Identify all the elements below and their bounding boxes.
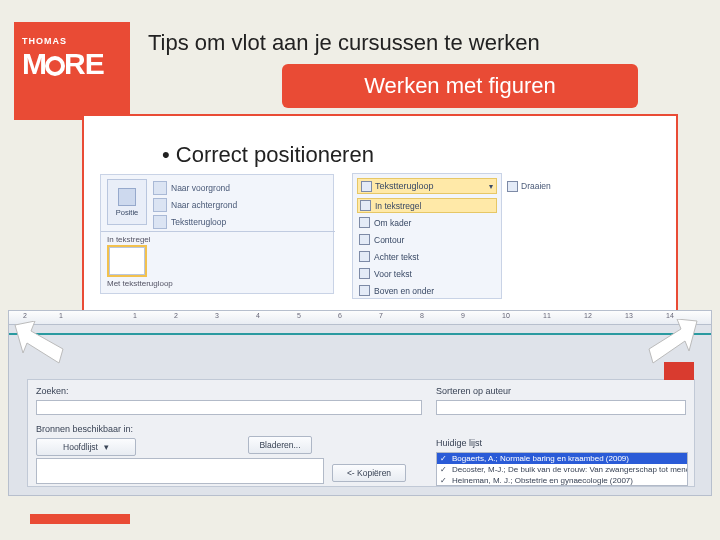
available-list[interactable] <box>36 458 324 484</box>
arrow-indicator-left <box>11 321 67 367</box>
behind-icon <box>359 251 370 262</box>
list-item[interactable]: Decoster, M-J.; De buik van de vrouw: Va… <box>437 464 687 475</box>
ribbon-row[interactable]: Naar voorgrond <box>153 179 331 196</box>
label-bronnen: Bronnen beschikbaar in: <box>36 424 133 434</box>
positie-button[interactable]: Positie <box>107 179 147 225</box>
svg-marker-1 <box>649 319 697 363</box>
list-item[interactable]: Bogaerts, A.; Normale baring en kraambed… <box>437 453 687 464</box>
chevron-down-icon: ▾ <box>489 182 493 191</box>
brand-logo: THOMAS MRE <box>14 22 130 120</box>
section-label: In tekstregel <box>107 235 151 244</box>
search-input[interactable] <box>36 400 422 415</box>
logo-topline: THOMAS <box>22 36 122 46</box>
current-list[interactable]: Bogaerts, A.; Normale baring en kraambed… <box>436 452 688 486</box>
footer-accent <box>30 514 130 524</box>
check-icon <box>440 476 449 485</box>
ribbon-row[interactable]: Tekstterugloop <box>153 213 331 230</box>
ribbon-row[interactable]: Naar achtergrond <box>153 196 331 213</box>
rotate-icon <box>507 181 518 192</box>
inline-icon <box>360 200 371 211</box>
wrap-option[interactable]: In tekstregel <box>357 198 497 213</box>
square-icon <box>359 217 370 228</box>
ruler-screenshot: 2 1 1 2 3 4 5 6 7 8 9 10 11 12 13 14 Zoe… <box>8 310 712 496</box>
svg-marker-0 <box>15 321 63 363</box>
subtitle-banner: Werken met figuren <box>282 64 638 108</box>
page-title: Tips om vlot aan je cursussen te werken <box>148 30 540 56</box>
logo-bigline: MRE <box>22 50 122 77</box>
hoofdlijst-dropdown[interactable]: Hoofdlijst▾ <box>36 438 136 456</box>
front-icon <box>359 268 370 279</box>
rotate-button[interactable]: Draaien <box>507 178 571 194</box>
ribbon-panel-positie: Positie Naar voorgrond Naar achtergrond … <box>100 174 334 294</box>
check-icon <box>440 465 449 474</box>
kopieren-button[interactable]: <- Kopiëren <box>332 464 406 482</box>
ribbon-panel-textwrap: Tekstterugloop ▾ Draaien In tekstregel O… <box>352 173 502 299</box>
arrow-indicator-right <box>645 319 701 365</box>
teal-separator <box>9 333 711 335</box>
tight-icon <box>359 234 370 245</box>
subtitle-text: Werken met figuren <box>364 73 556 99</box>
list-item[interactable]: Heineman, M. J.; Obstetrie en gynaecolog… <box>437 475 687 486</box>
background-icon <box>153 198 167 212</box>
horizontal-ruler: 2 1 1 2 3 4 5 6 7 8 9 10 11 12 13 14 <box>9 311 711 325</box>
layout-thumb[interactable] <box>109 247 145 275</box>
textwrap-dropdown-head[interactable]: Tekstterugloop ▾ <box>357 178 497 194</box>
sources-dialog: Zoeken: Sorteren op auteur Bronnen besch… <box>27 379 695 487</box>
section-label: Met tekstterugloop <box>107 279 173 288</box>
letter-o-icon <box>45 56 65 76</box>
wrap-option[interactable]: Voor tekst <box>357 266 497 281</box>
textwrap-icon <box>361 181 372 192</box>
wrap-option[interactable]: Achter tekst <box>357 249 497 264</box>
foreground-icon <box>153 181 167 195</box>
check-icon <box>440 454 449 463</box>
wrap-option[interactable]: Contour <box>357 232 497 247</box>
wrap-option[interactable]: Om kader <box>357 215 497 230</box>
label-sorteren: Sorteren op auteur <box>436 386 511 396</box>
topbottom-icon <box>359 285 370 296</box>
bladeren-button[interactable]: Bladeren... <box>248 436 312 454</box>
textwrap-icon <box>153 215 167 229</box>
divider <box>101 231 335 232</box>
positie-icon <box>118 188 136 206</box>
bullet-correct-positioneren: • Correct positioneren <box>162 142 374 168</box>
chevron-down-icon: ▾ <box>104 442 109 452</box>
label-huidige: Huidige lijst <box>436 438 482 448</box>
label-zoeken: Zoeken: <box>36 386 69 396</box>
wrap-option[interactable]: Boven en onder <box>357 283 497 298</box>
sort-select[interactable] <box>436 400 686 415</box>
